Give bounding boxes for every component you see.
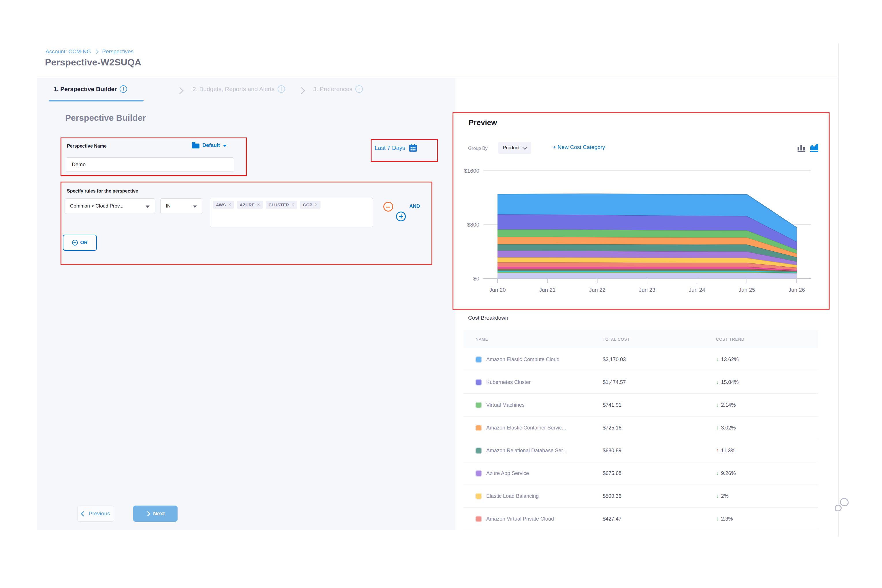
row-name[interactable]: Amazon Elastic Container Servic...	[486, 425, 566, 431]
row-name[interactable]: Elastic Load Balancing	[486, 493, 539, 499]
caret-down-icon	[223, 145, 227, 147]
tab-perspective-builder[interactable]: 1. Perspective Builder	[54, 86, 127, 93]
value-tag-azure[interactable]: AZURE×	[237, 201, 263, 208]
row-name[interactable]: Azure App Service	[486, 470, 529, 477]
value-tag-label: AZURE	[240, 202, 255, 207]
rule-operator-value: IN	[166, 203, 171, 209]
row-name[interactable]: Virtual Machines	[486, 402, 525, 408]
row-total-cost: $741.91	[603, 402, 716, 408]
series-color-swatch	[476, 402, 482, 408]
column-header-name: NAME	[464, 337, 603, 342]
trend-down-arrow-icon: ↓	[716, 424, 719, 431]
tab-preferences[interactable]: 3. Preferences	[313, 86, 363, 93]
rule-operator-select[interactable]: IN	[160, 198, 202, 214]
folder-icon	[192, 144, 200, 148]
active-tab-underline	[49, 100, 144, 102]
folder-selector[interactable]: Default	[192, 142, 227, 148]
content-right-border	[838, 43, 839, 537]
remove-tag-icon[interactable]: ×	[257, 202, 260, 207]
table-row: Amazon Elastic Container Servic...$725.1…	[464, 417, 818, 439]
add-or-rule-button[interactable]: OR	[63, 235, 97, 251]
or-button-label: OR	[80, 240, 88, 246]
preview-chart: $0$800$1600Jun 20Jun 21Jun 22Jun 23Jun 2…	[453, 112, 828, 308]
tab-label: 1. Perspective Builder	[54, 86, 117, 93]
trend-down-arrow-icon: ↓	[716, 379, 719, 386]
tab-label: 2. Budgets, Reports and Alerts	[192, 86, 275, 93]
remove-tag-icon[interactable]: ×	[291, 202, 294, 207]
table-header: NAME TOTAL COST COST TREND	[464, 330, 818, 348]
page-title: Perspective-W2SUQA	[45, 57, 141, 68]
series-color-swatch	[476, 493, 482, 499]
column-header-total-cost: TOTAL COST	[603, 337, 716, 342]
previous-button[interactable]: Previous	[77, 506, 114, 522]
table-row: Amazon Virtual Private Cloud$427.47↓2.3%	[464, 508, 818, 530]
value-tag-label: AWS	[216, 202, 226, 207]
cost-breakdown-title: Cost Breakdown	[468, 315, 508, 321]
value-tag-label: CLUSTER	[268, 202, 289, 207]
cost-breakdown-table: NAME TOTAL COST COST TREND Amazon Elasti…	[464, 330, 818, 530]
row-name[interactable]: Amazon Elastic Compute Cloud	[486, 357, 560, 363]
folder-selector-label: Default	[202, 142, 220, 148]
rule-values-box[interactable]: AWS×AZURE×CLUSTER×GCP×	[210, 198, 373, 227]
table-row: Elastic Load Balancing$509.36↓2%	[464, 485, 818, 508]
row-name[interactable]: Amazon Relational Database Ser...	[486, 448, 567, 454]
previous-button-label: Previous	[89, 510, 110, 517]
remove-tag-icon[interactable]: ×	[315, 202, 317, 207]
rule-field-value: Common > Cloud Prov...	[70, 203, 123, 209]
svg-text:$800: $800	[467, 222, 479, 228]
table-row: Amazon Relational Database Ser...$680.89…	[464, 439, 818, 462]
row-name[interactable]: Amazon Virtual Private Cloud	[486, 516, 554, 522]
value-tag-aws[interactable]: AWS×	[213, 201, 234, 208]
svg-text:Jun 24: Jun 24	[688, 287, 705, 293]
next-button-label: Next	[153, 510, 165, 517]
support-chat-icon[interactable]	[835, 498, 850, 513]
breadcrumb: Account: CCM-NG Perspectives	[45, 48, 134, 55]
value-tag-gcp[interactable]: GCP×	[300, 201, 321, 208]
series-color-swatch	[476, 470, 482, 477]
svg-text:Jun 23: Jun 23	[639, 287, 655, 293]
remove-tag-icon[interactable]: ×	[228, 202, 231, 207]
breadcrumb-perspectives-link[interactable]: Perspectives	[102, 48, 134, 55]
cost-breakdown-rows: Amazon Elastic Compute Cloud$2,170.03↓13…	[464, 348, 818, 530]
row-trend-value: 11.3%	[721, 448, 736, 454]
perspective-name-input[interactable]	[66, 158, 234, 172]
row-total-cost: $725.16	[603, 425, 716, 431]
breadcrumb-chevron-icon	[94, 50, 99, 54]
column-header-cost-trend: COST TREND	[716, 337, 818, 342]
row-total-cost: $2,170.03	[603, 357, 716, 363]
info-icon[interactable]	[356, 86, 363, 93]
row-total-cost: $680.89	[603, 448, 716, 454]
row-trend-value: 9.26%	[721, 470, 736, 477]
svg-text:Jun 22: Jun 22	[589, 287, 605, 293]
next-button[interactable]: Next	[133, 506, 177, 522]
table-row: Kubernetes Cluster$1,474.57↓15.04%	[464, 371, 818, 394]
row-total-cost: $675.68	[603, 470, 716, 477]
date-range-picker[interactable]: Last 7 Days	[375, 144, 417, 152]
row-trend-value: 2.3%	[721, 516, 733, 522]
series-color-swatch	[476, 516, 482, 522]
info-icon[interactable]	[278, 86, 285, 93]
value-tag-cluster[interactable]: CLUSTER×	[266, 201, 297, 208]
row-trend-value: 2%	[721, 493, 729, 499]
breadcrumb-account-link[interactable]: Account: CCM-NG	[45, 48, 91, 55]
table-row: Virtual Machines$741.91↓2.14%	[464, 394, 818, 417]
caret-down-icon	[193, 206, 197, 208]
row-trend-value: 13.62%	[721, 357, 739, 363]
chevron-left-icon	[81, 511, 86, 516]
series-color-swatch	[476, 357, 482, 363]
chevron-right-icon	[145, 511, 150, 516]
remove-rule-button[interactable]	[383, 202, 393, 212]
svg-text:$1600: $1600	[464, 168, 479, 174]
tab-budgets-reports-alerts[interactable]: 2. Budgets, Reports and Alerts	[192, 86, 285, 93]
svg-text:Jun 20: Jun 20	[489, 287, 506, 293]
table-row: Amazon Elastic Compute Cloud$2,170.03↓13…	[464, 348, 818, 371]
row-name[interactable]: Kubernetes Cluster	[486, 380, 531, 386]
and-label: AND	[409, 204, 420, 209]
row-total-cost: $509.36	[603, 493, 716, 499]
caret-down-icon	[146, 206, 150, 208]
rule-field-select[interactable]: Common > Cloud Prov...	[64, 198, 155, 214]
row-total-cost: $1,474.57	[603, 380, 716, 386]
add-rule-button[interactable]	[396, 212, 406, 221]
info-icon[interactable]	[120, 86, 127, 93]
table-row: Azure App Service$675.68↓9.26%	[464, 462, 818, 485]
